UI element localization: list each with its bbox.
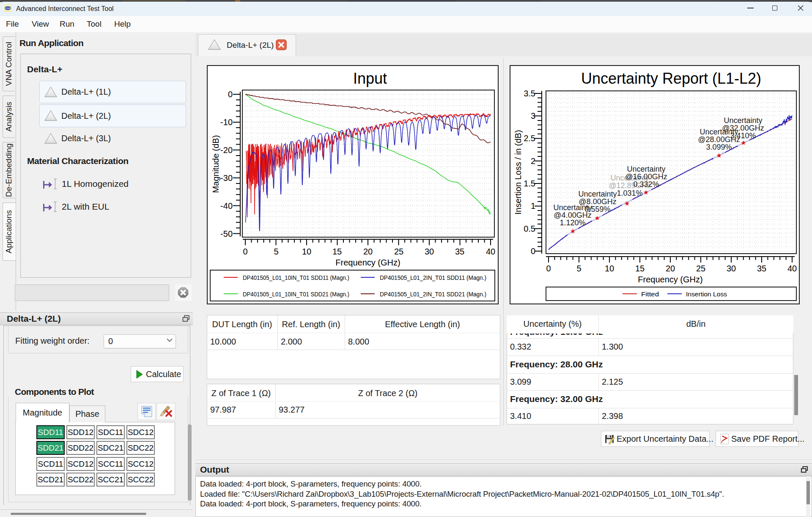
svg-text:-40: -40 <box>220 201 233 211</box>
svg-text:25: 25 <box>394 247 403 256</box>
svg-text:35: 35 <box>757 264 766 273</box>
svg-text:@16.00GHz: @16.00GHz <box>625 172 667 181</box>
svg-text:-30: -30 <box>220 173 233 183</box>
svg-text:35: 35 <box>455 247 464 256</box>
svg-text:0.5: 0.5 <box>524 224 535 233</box>
svg-text:25: 25 <box>696 264 705 273</box>
svg-text:DP401505_L01_2IN_T01 SDD11 (Ma: DP401505_L01_2IN_T01 SDD11 (Magn.) <box>380 274 486 281</box>
svg-text:Uncertainty: Uncertainty <box>724 116 762 125</box>
svg-text:30: 30 <box>425 247 434 256</box>
svg-text:0.559%: 0.559% <box>584 205 610 213</box>
svg-text:1.5: 1.5 <box>524 179 535 188</box>
svg-text:DP401505_L01_10IN_T01 SDD21 (M: DP401505_L01_10IN_T01 SDD21 (Magn.) <box>243 290 349 298</box>
svg-text:40: 40 <box>486 247 495 256</box>
svg-text:Fitted: Fitted <box>641 290 659 298</box>
svg-text:40: 40 <box>787 264 797 273</box>
svg-text:2.5: 2.5 <box>524 134 535 143</box>
svg-text:Frequency (GHz): Frequency (GHz) <box>638 275 702 284</box>
svg-text:3.099%: 3.099% <box>706 143 732 151</box>
svg-text:15: 15 <box>332 247 342 256</box>
svg-text:1.031%: 1.031% <box>617 189 642 197</box>
svg-text:Insertion Loss / in (dB): Insertion Loss / in (dB) <box>513 130 523 214</box>
svg-text:20: 20 <box>363 247 373 256</box>
svg-text:0.332%: 0.332% <box>633 180 659 189</box>
svg-text:10: 10 <box>302 247 311 256</box>
svg-text:3.5: 3.5 <box>524 89 535 98</box>
svg-text:Frequency (GHz): Frequency (GHz) <box>335 258 400 267</box>
svg-text:-50: -50 <box>220 229 233 238</box>
svg-text:3: 3 <box>531 111 535 120</box>
svg-text:0: 0 <box>546 264 551 273</box>
svg-text:1.120%: 1.120% <box>560 219 585 227</box>
svg-text:@32.00GHz: @32.00GHz <box>722 124 764 132</box>
svg-text:Uncertainty Report (L1-L2): Uncertainty Report (L1-L2) <box>581 70 761 87</box>
svg-text:0: 0 <box>243 247 247 256</box>
svg-text:0: 0 <box>531 246 535 256</box>
svg-text:Uncertainty: Uncertainty <box>578 190 617 198</box>
svg-text:CSS: CSS <box>5 7 10 10</box>
svg-text:1: 1 <box>531 201 535 211</box>
svg-text:20: 20 <box>666 264 675 273</box>
svg-text:0: 0 <box>228 90 233 99</box>
svg-text:5: 5 <box>274 247 278 256</box>
svg-text:30: 30 <box>727 264 736 273</box>
svg-text:-20: -20 <box>220 145 233 155</box>
svg-text:DP401505_L01_10IN_T01 SDD11 (M: DP401505_L01_10IN_T01 SDD11 (Magn.) <box>243 274 349 281</box>
svg-text:3.410%: 3.410% <box>730 131 756 140</box>
svg-text:-10: -10 <box>220 118 233 127</box>
svg-text:DP401505_L01_2IN_T01 SDD21 (Ma: DP401505_L01_2IN_T01 SDD21 (Magn.) <box>380 290 486 298</box>
svg-text:@8.00GHz: @8.00GHz <box>579 197 616 206</box>
svg-text:15: 15 <box>635 264 645 273</box>
svg-text:2: 2 <box>531 156 535 166</box>
svg-text:5: 5 <box>576 264 581 273</box>
svg-text:Magnitude (dB): Magnitude (dB) <box>211 135 220 193</box>
svg-text:10: 10 <box>605 264 614 273</box>
svg-text:Uncertainty: Uncertainty <box>627 165 665 173</box>
svg-text:Insertion Loss: Insertion Loss <box>686 290 727 298</box>
svg-text:Input: Input <box>353 70 387 87</box>
